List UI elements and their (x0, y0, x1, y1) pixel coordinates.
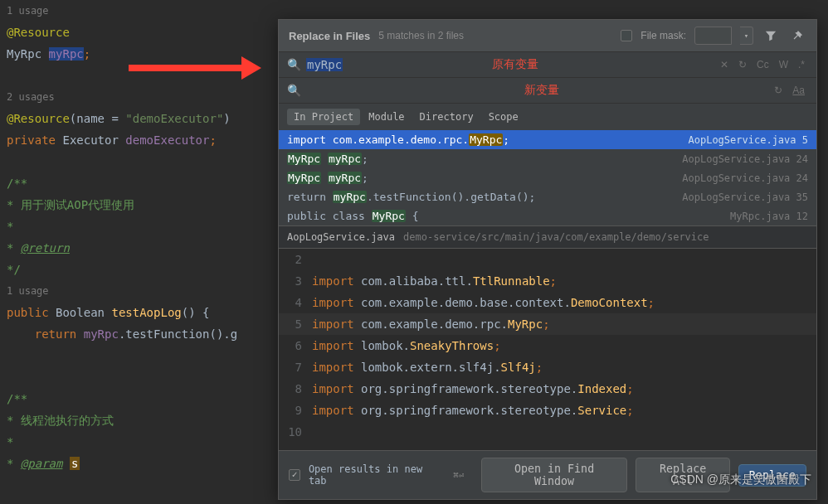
result-file-label: MyRpc.java 12 (723, 211, 808, 222)
dialog-title: Replace in Files (289, 30, 370, 42)
preview-line: 7import lombok.extern.slf4j.Slf4j; (279, 356, 816, 378)
result-file-label: AopLogService.java 24 (675, 172, 808, 184)
preserve-case-toggle[interactable]: Aa (789, 83, 808, 98)
filter-icon[interactable] (762, 27, 780, 45)
result-row[interactable]: MyRpc myRpc;AopLogService.java 24 (279, 149, 816, 168)
result-row[interactable]: MyRpc myRpc;AopLogService.java 24 (279, 168, 816, 187)
scope-module[interactable]: Module (362, 109, 411, 125)
result-row[interactable]: public class MyRpc {MyRpc.java 12 (279, 206, 816, 225)
preview-header: AopLogService.java demo-service/src/main… (279, 225, 816, 249)
result-file-label: AopLogService.java 24 (675, 153, 808, 165)
filemask-checkbox[interactable] (621, 30, 632, 41)
regex-toggle[interactable]: .* (795, 57, 808, 72)
search-icon: 🔍 (287, 58, 301, 71)
result-file-label: AopLogService.java 35 (675, 191, 808, 203)
watermark: CSDN @原来是笑傲菌殿下 (670, 472, 811, 487)
filemask-dropdown[interactable]: ▾ (740, 27, 753, 45)
open-new-tab-label: Open results in new tab (309, 463, 445, 487)
history-icon[interactable]: ↻ (771, 83, 786, 98)
whole-words-toggle[interactable]: W (776, 57, 791, 72)
history-icon[interactable]: ↻ (735, 57, 750, 72)
preview-filename: AopLogService.java (287, 231, 395, 243)
scope-directory[interactable]: Directory (413, 109, 480, 125)
annotation-old-var: 原有变量 (480, 57, 538, 72)
preview-pane[interactable]: 23import com.alibaba.ttl.TtlRunnable;4im… (279, 249, 816, 450)
preview-line: 10 (279, 421, 816, 443)
replace-input[interactable] (306, 84, 508, 97)
result-row[interactable]: return myRpc.testFunction().getData();Ao… (279, 187, 816, 206)
scope-tabs: In Project Module Directory Scope (279, 104, 816, 130)
filemask-input[interactable] (694, 27, 732, 45)
preview-line: 3import com.alibaba.ttl.TtlRunnable; (279, 270, 816, 292)
search-field-row: 🔍 myRpc 原有变量 ✕ ↻ Cc W .* (279, 52, 816, 78)
filemask-label: File mask: (640, 30, 686, 41)
open-find-window-button[interactable]: Open in Find Window (481, 458, 628, 492)
replace-in-files-dialog: Replace in Files 5 matches in 2 files Fi… (278, 19, 817, 500)
pin-icon[interactable] (788, 27, 806, 45)
scope-scope[interactable]: Scope (482, 109, 525, 125)
annotation-new-var: 新变量 (513, 83, 559, 98)
preview-line: 9import org.springframework.stereotype.S… (279, 400, 816, 421)
dialog-header: Replace in Files 5 matches in 2 files Fi… (279, 20, 816, 52)
preview-line: 4import com.example.demo.base.context.De… (279, 292, 816, 313)
preview-line: 6import lombok.SneakyThrows; (279, 335, 816, 356)
clear-icon[interactable]: ✕ (717, 57, 732, 72)
replace-field-row: 🔍 新变量 ↻ Aa (279, 78, 816, 104)
result-file-label: AopLogService.java 5 (682, 134, 809, 146)
match-count: 5 matches in 2 files (378, 30, 464, 41)
preview-line: 2 (279, 249, 816, 270)
scope-in-project[interactable]: In Project (287, 109, 360, 125)
open-new-tab-checkbox[interactable] (289, 469, 300, 481)
preview-line: 5import com.example.demo.rpc.MyRpc; (279, 313, 816, 335)
replace-icon: 🔍 (287, 84, 301, 97)
preview-line: 8import org.springframework.stereotype.I… (279, 378, 816, 400)
result-row[interactable]: import com.example.demo.rpc.MyRpc;AopLog… (279, 130, 816, 149)
preview-path: demo-service/src/main/java/com/example/d… (403, 231, 709, 243)
search-input[interactable]: myRpc (306, 58, 475, 71)
shortcut-hint: ⌘⏎ (453, 470, 464, 481)
match-case-toggle[interactable]: Cc (753, 57, 772, 72)
results-list: import com.example.demo.rpc.MyRpc;AopLog… (279, 130, 816, 225)
